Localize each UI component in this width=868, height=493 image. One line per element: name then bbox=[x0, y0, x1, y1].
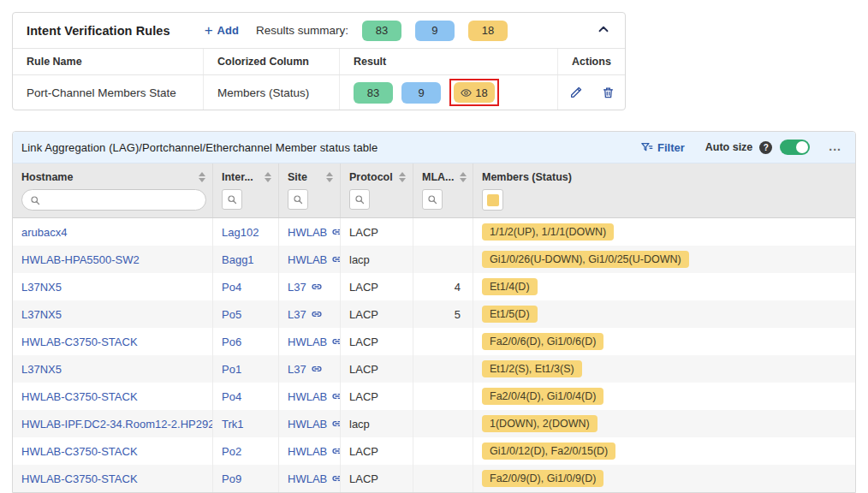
protocol-search-button[interactable] bbox=[349, 189, 370, 210]
hostname-link[interactable]: HWLAB-C3750-STACK bbox=[21, 445, 138, 458]
interface-link[interactable]: Po1 bbox=[222, 363, 241, 376]
col-mlag: MLA... bbox=[413, 163, 473, 217]
help-icon[interactable]: ? bbox=[759, 141, 772, 154]
interface-search-button[interactable] bbox=[222, 189, 242, 210]
interface-link[interactable]: Po5 bbox=[222, 308, 241, 321]
link-icon bbox=[331, 336, 341, 347]
hostname-link[interactable]: HWLAB-IPF.DC2-34.Room12-2.HP2920 bbox=[21, 418, 213, 431]
lag-panel-title: Link Aggregation (LAG)/Portchannel/Ether… bbox=[21, 141, 378, 154]
interface-cell: Po2 bbox=[213, 437, 279, 465]
site-link[interactable]: L37 bbox=[288, 363, 306, 376]
sort-icon[interactable] bbox=[399, 172, 406, 182]
col-hostname-label: Hostname bbox=[21, 171, 73, 183]
interface-link[interactable]: Po9 bbox=[222, 472, 241, 485]
interface-cell: Po9 bbox=[213, 465, 279, 492]
interface-link[interactable]: Bagg1 bbox=[222, 253, 254, 266]
rules-col-colorized-column: Colorized Column bbox=[204, 49, 340, 74]
delete-rule-button[interactable] bbox=[602, 86, 615, 99]
col-protocol-label: Protocol bbox=[349, 171, 393, 183]
status-table-body: arubacx4 Lag102 HWLAB LACP 1/1/2(UP), 1/… bbox=[13, 218, 855, 492]
site-link[interactable]: HWLAB bbox=[288, 226, 327, 239]
hostname-link[interactable]: arubacx4 bbox=[21, 226, 67, 239]
filter-button[interactable]: Filter bbox=[640, 141, 685, 154]
site-link[interactable]: HWLAB bbox=[288, 472, 327, 485]
result-badge-green[interactable]: 83 bbox=[354, 82, 393, 104]
hostname-cell: HWLAB-C3750-STACK bbox=[13, 328, 213, 355]
site-link[interactable]: L37 bbox=[288, 281, 306, 294]
mlag-value bbox=[413, 383, 473, 410]
interface-link[interactable]: Po4 bbox=[222, 390, 241, 403]
mlag-value: 4 bbox=[413, 273, 473, 300]
site-link[interactable]: HWLAB bbox=[288, 418, 327, 431]
table-row: HWLAB-C3750-STACK Po6 HWLAB LACP Fa2/0/6… bbox=[13, 328, 855, 355]
site-cell: L37 bbox=[279, 273, 341, 300]
hostname-link[interactable]: L37NX5 bbox=[21, 308, 62, 321]
interface-link[interactable]: Trk1 bbox=[222, 418, 244, 431]
interface-cell: Po5 bbox=[213, 300, 279, 328]
edit-rule-button[interactable] bbox=[569, 86, 583, 99]
collapse-panel-button[interactable] bbox=[596, 21, 611, 39]
site-cell: HWLAB bbox=[279, 246, 341, 273]
search-icon bbox=[427, 194, 437, 205]
site-cell: HWLAB bbox=[279, 328, 341, 355]
rules-col-actions: Actions bbox=[558, 49, 625, 74]
mlag-search-button[interactable] bbox=[422, 189, 443, 210]
site-link[interactable]: HWLAB bbox=[288, 445, 327, 458]
hostname-cell: HWLAB-C3750-STACK bbox=[13, 383, 213, 410]
hostname-link[interactable]: L37NX5 bbox=[21, 281, 62, 294]
lag-status-table-panel: Link Aggregation (LAG)/Portchannel/Ether… bbox=[12, 131, 856, 493]
site-link[interactable]: HWLAB bbox=[288, 336, 327, 348]
summary-badge-green: 83 bbox=[362, 21, 401, 41]
link-icon bbox=[331, 226, 341, 238]
protocol-value: lacp bbox=[341, 410, 413, 437]
sort-icon[interactable] bbox=[265, 172, 271, 182]
interface-link[interactable]: Po6 bbox=[222, 336, 241, 348]
auto-size-toggle[interactable] bbox=[780, 140, 810, 155]
site-link[interactable]: HWLAB bbox=[288, 253, 327, 266]
link-icon bbox=[311, 281, 323, 293]
col-protocol: Protocol bbox=[341, 163, 413, 217]
members-cell: Gi1/0/12(D), Fa2/0/15(D) bbox=[473, 437, 855, 465]
table-row: HWLAB-C3750-STACK Po2 HWLAB LACP Gi1/0/1… bbox=[13, 437, 855, 465]
rules-table-row: Port-Channel Members State Members (Stat… bbox=[13, 75, 625, 110]
sort-icon[interactable] bbox=[199, 172, 205, 182]
hostname-link[interactable]: L37NX5 bbox=[21, 363, 62, 376]
hostname-cell: L37NX5 bbox=[13, 273, 213, 300]
site-cell: HWLAB bbox=[279, 465, 341, 492]
mlag-value bbox=[413, 328, 473, 355]
add-rule-button[interactable]: + Add bbox=[205, 23, 239, 38]
interface-link[interactable]: Po4 bbox=[222, 281, 241, 294]
hostname-search-input[interactable] bbox=[21, 189, 206, 211]
hostname-link[interactable]: HWLAB-C3750-STACK bbox=[21, 472, 138, 485]
hostname-link[interactable]: HWLAB-C3750-STACK bbox=[21, 336, 138, 348]
interface-link[interactable]: Po2 bbox=[222, 445, 241, 458]
result-badge-yellow-highlighted[interactable]: 18 bbox=[449, 79, 499, 106]
interface-link[interactable]: Lag102 bbox=[222, 226, 259, 239]
members-status-pill: Fa2/0/9(D), Gi1/0/9(D) bbox=[482, 470, 603, 487]
mlag-value bbox=[413, 355, 473, 383]
more-options-button[interactable]: ... bbox=[829, 145, 841, 150]
site-link[interactable]: HWLAB bbox=[288, 390, 327, 403]
status-table-header: Hostname Inter... Site bbox=[13, 163, 855, 218]
eye-icon bbox=[461, 87, 472, 98]
site-search-button[interactable] bbox=[288, 189, 308, 210]
site-link[interactable]: L37 bbox=[288, 308, 306, 321]
mlag-value bbox=[413, 246, 473, 273]
members-cell: Et1/5(D) bbox=[473, 300, 855, 328]
table-row: HWLAB-IPF.DC2-34.Room12-2.HP2920 Trk1 HW… bbox=[13, 410, 855, 437]
link-icon bbox=[311, 363, 323, 375]
results-summary-label: Results summary: bbox=[256, 24, 348, 37]
hostname-link[interactable]: HWLAB-C3750-STACK bbox=[21, 390, 138, 403]
members-status-pill: Fa2/0/4(D), Gi1/0/4(D) bbox=[482, 388, 603, 405]
sort-icon[interactable] bbox=[326, 172, 333, 182]
sort-icon[interactable] bbox=[460, 172, 467, 182]
members-cell: Et1/4(D) bbox=[473, 273, 855, 300]
members-status-pill: Gi1/0/26(U-DOWN), Gi1/0/25(U-DOWN) bbox=[482, 251, 689, 268]
result-badge-blue[interactable]: 9 bbox=[401, 82, 441, 104]
members-color-filter-button[interactable] bbox=[482, 189, 503, 211]
table-row: HWLAB-HPA5500-SW2 Bagg1 HWLAB lacp Gi1/0… bbox=[13, 246, 855, 273]
site-cell: HWLAB bbox=[279, 410, 341, 437]
hostname-link[interactable]: HWLAB-HPA5500-SW2 bbox=[21, 253, 140, 266]
hostname-search-field[interactable] bbox=[45, 194, 198, 206]
interface-cell: Po4 bbox=[213, 273, 279, 300]
